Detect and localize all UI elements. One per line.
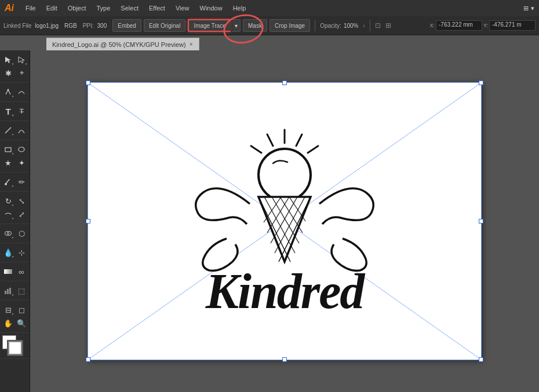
menu-edit[interactable]: Edit: [42, 3, 62, 13]
svg-line-1: [5, 127, 11, 133]
svg-text:Kindred: Kindred: [205, 263, 366, 319]
canvas-area[interactable]: Kindred: [30, 50, 539, 392]
handle-top-center: [282, 80, 287, 85]
image-trace-dropdown[interactable]: ▾: [232, 19, 241, 32]
live-paint-button[interactable]: ⬡: [15, 227, 28, 240]
main-area: ▸ ▸ ✱ ⌖ ▸: [0, 50, 539, 392]
blend-tool-button[interactable]: ∞: [15, 265, 28, 278]
workspace-switcher[interactable]: ⊞ ▾: [523, 5, 534, 12]
left-toolbar: ▸ ▸ ✱ ⌖ ▸: [0, 50, 30, 392]
measure-tool-button[interactable]: ⊹: [15, 246, 28, 259]
svg-point-0: [8, 89, 9, 91]
canvas-container: Kindred: [76, 71, 493, 372]
brush-tools-section: ▸ ✏: [0, 173, 30, 192]
coord-section: X: -763.222 mm Y: -476.271 m: [429, 20, 536, 31]
mask-button[interactable]: Mask: [243, 19, 267, 32]
artboard-tool-button[interactable]: ⬚: [15, 284, 28, 297]
tab-title: Kindred_Logo.ai @ 50% (CMYK/GPU Preview): [52, 41, 186, 48]
handle-mid-right: [479, 219, 483, 224]
image-trace-button[interactable]: Image Trace: [188, 19, 231, 32]
transform-icon[interactable]: ⊡: [375, 21, 381, 30]
transform-tools-section: ↻▸ ⤡ ▸ ⤢: [0, 192, 30, 224]
svg-line-13: [267, 134, 273, 146]
handle-top-right: [479, 80, 483, 85]
menu-file[interactable]: File: [21, 3, 41, 13]
ai-logo: Ai: [5, 3, 14, 13]
svg-rect-8: [5, 291, 6, 294]
menu-type[interactable]: Type: [92, 3, 115, 13]
embed-button[interactable]: Embed: [112, 19, 141, 32]
line-tool-button[interactable]: ▸: [2, 124, 14, 137]
flare-tool-button[interactable]: ✦: [15, 156, 28, 169]
image-trace-group: Image Trace ▾: [188, 19, 241, 32]
x-label: X:: [429, 23, 435, 28]
logo-artwork: Kindred: [145, 111, 424, 331]
align-icon[interactable]: ⊞: [385, 21, 391, 30]
shape-tools-section: ▸ ★ ✦: [0, 140, 30, 173]
graph-tools-section: ▸ ⬚: [0, 281, 30, 301]
selection-tools-section: ▸ ▸ ✱ ⌖: [0, 50, 30, 83]
gradient-tool-button[interactable]: [2, 265, 14, 278]
y-label: Y:: [483, 23, 488, 28]
separator-1: [315, 20, 315, 31]
document-tab[interactable]: Kindred_Logo.ai @ 50% (CMYK/GPU Preview)…: [46, 38, 199, 50]
free-transform-button[interactable]: ⤢: [15, 208, 28, 221]
menu-help[interactable]: Help: [228, 3, 251, 13]
fill-stroke-section: [0, 333, 30, 359]
workspace-grid-icon: ⊞: [523, 5, 529, 12]
opacity-label: Opacity:: [320, 23, 341, 29]
top-toolbar: Linked File logo1.jpg RGB PPI: 300 Embed…: [0, 16, 539, 35]
menu-bar: Ai File Edit Object Type Select Effect V…: [0, 0, 539, 16]
menu-effect[interactable]: Effect: [144, 3, 170, 13]
slice-tool-button[interactable]: ⊟▸: [2, 303, 14, 316]
rotate-tool-button[interactable]: ↻▸: [2, 195, 14, 207]
pen-tools-section: ▸: [0, 83, 30, 102]
stroke-color-swatch[interactable]: [8, 341, 22, 355]
hand-tool-button[interactable]: ✋: [2, 317, 14, 329]
svg-point-18: [258, 149, 311, 201]
lasso-tool-button[interactable]: ⌖: [15, 67, 28, 79]
menu-object[interactable]: Object: [63, 3, 91, 13]
type-tools-section: T▸ T̶: [0, 102, 30, 121]
direct-select-tool-button[interactable]: ▸: [15, 53, 28, 66]
warp-tool-button[interactable]: ▸: [2, 208, 14, 221]
menu-select[interactable]: Select: [116, 3, 143, 13]
workspace-arrow-icon: ▾: [531, 5, 534, 12]
curvature-tool-button[interactable]: [15, 86, 28, 98]
magic-wand-tool-button[interactable]: ✱: [2, 67, 14, 79]
paintbrush-tool-button[interactable]: ▸: [2, 175, 14, 188]
pencil-tool-button[interactable]: ✏: [15, 175, 28, 188]
graph-tool-button[interactable]: ▸: [2, 284, 14, 297]
crop-image-button[interactable]: Crop Image: [270, 19, 310, 32]
handle-bot-right: [479, 357, 483, 362]
separator-2: [370, 20, 370, 31]
ppi-value: 300: [97, 23, 107, 29]
zoom-tool-button[interactable]: 🔍: [15, 317, 28, 329]
svg-rect-9: [7, 289, 9, 294]
rect-tool-button[interactable]: ▸: [2, 143, 14, 156]
tab-bar: Kindred_Logo.ai @ 50% (CMYK/GPU Preview)…: [0, 35, 539, 50]
selection-tool-button[interactable]: ▸: [2, 53, 14, 66]
opacity-section: Opacity: 100% ›: [320, 23, 365, 29]
handle-mid-left: [86, 219, 90, 224]
tab-close-button[interactable]: ×: [190, 41, 193, 47]
svg-line-15: [296, 134, 302, 146]
shape-builder-button[interactable]: ▸: [2, 227, 14, 240]
scale-tool-button[interactable]: ⤡: [15, 195, 28, 207]
edit-original-button[interactable]: Edit Original: [144, 19, 185, 32]
handle-top-left: [86, 80, 90, 85]
type-tool-button[interactable]: T▸: [2, 105, 14, 118]
eyedropper-tool-button[interactable]: 💧▸: [2, 246, 14, 259]
svg-point-3: [19, 147, 24, 152]
arc-tool-button[interactable]: [15, 124, 28, 137]
eraser-tool-button[interactable]: ◻: [15, 303, 28, 316]
svg-rect-7: [4, 269, 12, 274]
menu-view[interactable]: View: [171, 3, 194, 13]
opacity-arrow[interactable]: ›: [363, 23, 365, 29]
vertical-type-tool-button[interactable]: T̶: [15, 105, 28, 118]
filename-info: logo1.jpg: [35, 23, 59, 29]
star-tool-button[interactable]: ★: [2, 156, 14, 169]
pen-tool-button[interactable]: ▸: [2, 86, 14, 98]
ellipse-tool-button[interactable]: [15, 143, 28, 156]
menu-window[interactable]: Window: [195, 3, 227, 13]
